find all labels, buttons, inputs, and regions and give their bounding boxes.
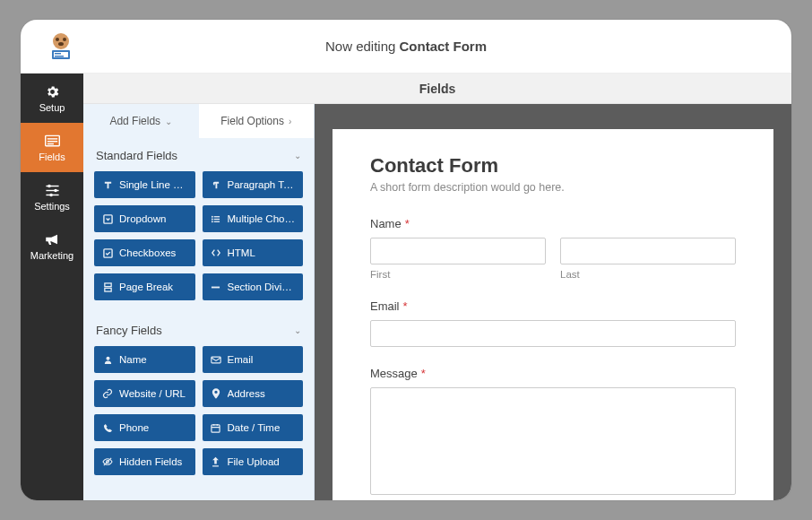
svg-rect-27 [104,288,110,291]
message-textarea[interactable] [370,387,736,495]
svg-rect-31 [212,424,220,431]
app-logo [21,30,101,63]
email-input[interactable] [370,320,736,347]
code-icon [211,247,221,258]
minus-icon [211,282,221,292]
svg-rect-22 [214,218,220,219]
field-website-url[interactable]: Website / URL [94,380,195,407]
chevron-down-icon: ⌄ [294,325,301,335]
name-last-input[interactable] [560,238,736,264]
topbar: Now editing Contact Form [21,20,791,74]
tab-field-options[interactable]: Field Options › [199,104,315,138]
svg-rect-26 [104,282,110,286]
nav-label: Settings [34,201,70,212]
svg-rect-24 [214,221,220,221]
nav-label: Setup [39,102,65,113]
field-label: Message * [370,367,736,380]
sublabel-last: Last [560,269,736,280]
svg-rect-7 [55,56,64,57]
nav-marketing[interactable]: Marketing [21,221,83,271]
svg-rect-6 [55,53,61,55]
svg-point-0 [53,33,69,49]
envelope-icon [211,354,221,365]
group-fancy-header[interactable]: Fancy Fields ⌄ [83,313,314,346]
form-description: A short form description would go here. [370,181,736,194]
svg-point-21 [212,218,213,220]
chevron-down-icon: ⌄ [165,117,172,126]
caret-square-icon [102,213,113,224]
field-label: Email * [370,299,736,313]
form-field-message[interactable]: Message * [370,367,736,495]
editing-form-name: Contact Form [400,39,488,54]
svg-point-2 [63,38,66,41]
nav-settings[interactable]: Settings [21,172,83,221]
svg-point-17 [49,193,53,196]
sublabel-first: First [370,269,546,280]
field-dropdown[interactable]: Dropdown [94,205,195,232]
preview-stage: Contact Form A short form description wo… [315,104,791,500]
editing-title: Now editing Contact Form [21,39,791,54]
svg-rect-30 [211,357,220,363]
svg-point-13 [48,184,51,187]
name-first-input[interactable] [370,238,546,264]
field-address[interactable]: Address [203,380,304,407]
tab-add-fields[interactable]: Add Fields ⌄ [83,104,199,138]
svg-point-23 [212,221,213,222]
required-indicator: * [405,217,410,230]
svg-rect-20 [214,216,220,217]
field-name[interactable]: Name [94,346,195,373]
section-header: Fields [83,74,791,104]
field-checkboxes[interactable]: Checkboxes [94,239,195,266]
nav-fields[interactable]: Fields [21,123,83,172]
phone-icon [102,422,113,433]
field-html[interactable]: HTML [203,239,304,266]
panel-tabs: Add Fields ⌄ Field Options › [83,104,314,138]
field-email[interactable]: Email [203,346,304,373]
map-pin-icon [211,388,221,399]
svg-point-19 [212,215,213,217]
paragraph-icon [211,179,221,190]
field-single-line-text[interactable]: Single Line Text [94,171,195,198]
svg-point-3 [58,42,64,46]
field-label: Name * [370,217,736,230]
editing-prefix: Now editing [325,39,400,54]
form-icon [44,133,60,149]
chevron-down-icon: ⌄ [294,151,301,160]
required-indicator: * [421,367,426,380]
svg-point-1 [56,38,59,41]
svg-rect-28 [212,286,220,288]
field-page-break[interactable]: Page Break [94,273,195,300]
svg-rect-10 [47,141,56,142]
nav-setup[interactable]: Setup [21,74,83,123]
megaphone-icon [44,231,60,247]
chevron-right-icon: › [289,117,291,126]
field-multiple-choice[interactable]: Multiple Choice [203,205,304,232]
field-section-divider[interactable]: Section Divider [203,273,304,300]
nav-label: Fields [39,152,65,162]
gear-icon [44,83,60,100]
fancy-fields-grid: Name Email Website / URL Address [83,346,314,488]
calendar-icon [211,422,221,433]
field-file-upload[interactable]: File Upload [203,448,304,475]
check-square-icon [102,247,113,258]
field-paragraph-text[interactable]: Paragraph Text [203,171,304,198]
group-standard-header[interactable]: Standard Fields ⌄ [83,138,314,171]
left-nav: Setup Fields Settings Marketing [21,74,83,500]
user-icon [102,354,113,365]
upload-icon [211,456,221,467]
page-break-icon [102,282,113,292]
text-icon [102,179,113,190]
app-window: Now editing Contact Form Setup Fields [21,20,791,500]
list-icon [211,213,221,224]
form-field-name[interactable]: Name * First Last [370,217,736,280]
svg-point-29 [106,356,109,360]
field-date-time[interactable]: Date / Time [203,414,304,441]
standard-fields-grid: Single Line Text Paragraph Text Dropdown [83,171,314,313]
eye-slash-icon [102,456,113,467]
link-icon [102,388,113,399]
form-field-email[interactable]: Email * [370,299,736,347]
sliders-icon [44,182,60,198]
field-phone[interactable]: Phone [94,414,195,441]
field-hidden-fields[interactable]: Hidden Fields [94,448,195,475]
svg-rect-11 [47,143,53,144]
